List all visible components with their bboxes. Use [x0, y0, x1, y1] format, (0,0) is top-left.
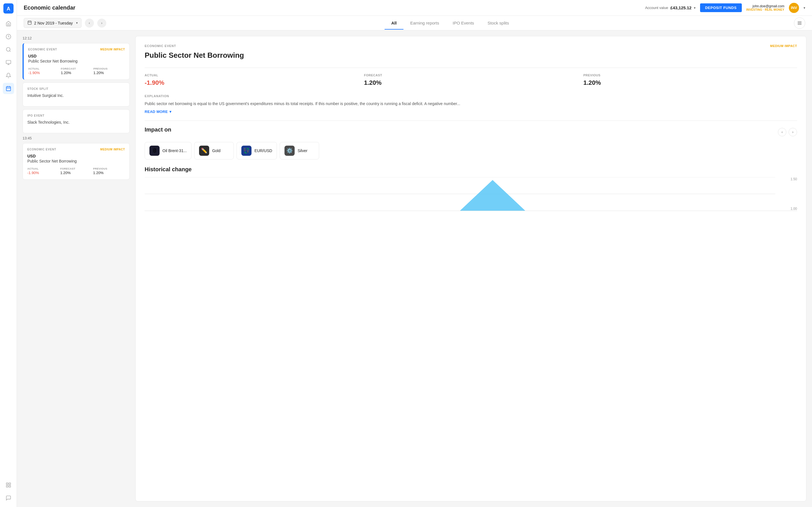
impact-item-gold[interactable]: ✏️ Gold	[194, 142, 234, 159]
actual-value-4: -1.90%	[28, 171, 59, 175]
event-impact-label-4: MEDIUM IMPACT	[100, 148, 125, 151]
detail-actual: ACTUAL -1.90%	[145, 73, 358, 87]
event-type-label-4: ECONOMIC EVENT	[28, 148, 56, 151]
oil-label: Oil Brent-31...	[162, 149, 187, 153]
actual-label-4: ACTUAL	[28, 167, 59, 170]
time-label-1: 12:12	[22, 36, 130, 40]
left-panel: 12:12 ECONOMIC EVENT MEDIUM IMPACT USD P…	[22, 36, 130, 501]
prev-date-button[interactable]: ‹	[85, 18, 94, 27]
top-header: Economic calendar Account value £43,125.…	[17, 0, 812, 16]
event-stats-4: ACTUAL -1.90% FORECAST 1.20% PREVIOUS 1.…	[28, 167, 125, 175]
tab-ipo-events[interactable]: IPO Events	[446, 17, 481, 29]
event-card-2-header: STOCK SPLIT	[28, 87, 125, 92]
date-picker-chevron-icon: ▾	[76, 21, 78, 25]
menu-button[interactable]	[794, 17, 805, 29]
eurusd-icon: 💱	[241, 146, 252, 156]
user-email: john.doe@gmail.com	[753, 4, 784, 8]
svg-rect-13	[6, 486, 8, 487]
user-info: john.doe@gmail.com INVESTING · REAL MONE…	[746, 4, 784, 11]
sub-nav: 2 Nov 2019 - Tuesday ▾ ‹ › All Earning r…	[17, 16, 812, 31]
event-currency-1: USD	[28, 54, 125, 58]
account-chevron-icon[interactable]: ▾	[694, 6, 696, 10]
tab-all[interactable]: All	[385, 17, 403, 29]
user-tag: INVESTING · REAL MONEY	[746, 8, 784, 11]
previous-label-1: PREVIOUS	[93, 67, 125, 70]
event-card-4-header: ECONOMIC EVENT MEDIUM IMPACT	[28, 148, 125, 152]
event-stats-1: ACTUAL -1.90% FORECAST 1.20% PREVIOUS 1.…	[28, 67, 125, 75]
read-more-label: READ MORE	[145, 110, 168, 114]
impact-nav: Impact on ‹ ›	[145, 126, 797, 137]
historical-title: Historical change	[145, 166, 797, 173]
impact-items: 🛢 Oil Brent-31... ✏️ Gold 💱 EUR/USD ⚙️ S…	[145, 142, 797, 159]
date-picker-text: 2 Nov 2019 - Tuesday	[34, 21, 73, 25]
read-more-button[interactable]: READ MORE ▾	[145, 110, 797, 114]
event-title-1: Public Sector Net Borrowing	[28, 59, 125, 63]
svg-rect-15	[28, 21, 31, 24]
detail-title: Public Sector Net Borrowing	[145, 51, 797, 60]
header-right: Account value £43,125.12 ▾ DEPOSIT FUNDS…	[645, 3, 805, 13]
detail-previous: PREVIOUS 1.20%	[583, 73, 797, 87]
silver-icon: ⚙️	[285, 146, 295, 156]
impact-item-eurusd[interactable]: 💱 EUR/USD	[237, 142, 277, 159]
right-panel: ECONOMIC EVENT MEDIUM IMPACT Public Sect…	[135, 36, 806, 501]
svg-point-3	[6, 48, 10, 51]
event-impact-label-1: MEDIUM IMPACT	[100, 48, 125, 51]
gold-label: Gold	[212, 149, 220, 153]
event-title-2: Intuitive Surgical Inc.	[28, 93, 125, 98]
deposit-button[interactable]: DEPOSIT FUNDS	[700, 3, 742, 12]
bell-icon[interactable]	[3, 70, 14, 81]
detail-event-type: ECONOMIC EVENT	[145, 44, 176, 48]
date-picker[interactable]: 2 Nov 2019 - Tuesday ▾	[24, 18, 82, 28]
impact-prev-button[interactable]: ‹	[778, 128, 786, 136]
account-value-label: Account value	[645, 6, 668, 10]
event-title-4: Public Sector Net Borrowing	[28, 159, 125, 163]
svg-rect-7	[6, 87, 10, 91]
explanation-text: Public sector net borrowing is equal to …	[145, 101, 797, 107]
app-logo[interactable]: A	[3, 3, 13, 13]
chart-y-label-100: 1.00	[791, 207, 797, 211]
impact-item-silver[interactable]: ⚙️ Silver	[280, 142, 319, 159]
header-chevron-icon[interactable]: ▾	[804, 6, 805, 10]
avatar[interactable]: INV	[789, 3, 799, 13]
event-type-label-2: STOCK SPLIT	[28, 87, 49, 91]
grid-icon[interactable]	[3, 480, 14, 491]
impact-arrows: ‹ ›	[778, 128, 797, 136]
tab-earning-reports[interactable]: Earning reports	[403, 17, 446, 29]
sub-nav-tabs: All Earning reports IPO Events Stock spl…	[385, 17, 516, 29]
detail-actual-value: -1.90%	[145, 79, 358, 87]
detail-forecast: FORECAST 1.20%	[364, 73, 578, 87]
explanation-section: EXPLANATION Public sector net borrowing …	[145, 94, 797, 114]
event-card-1-header: ECONOMIC EVENT MEDIUM IMPACT	[28, 48, 125, 52]
eurusd-label: EUR/USD	[254, 149, 272, 153]
history-icon[interactable]	[3, 31, 14, 42]
impact-item-oil[interactable]: 🛢 Oil Brent-31...	[145, 142, 192, 159]
oil-icon: 🛢	[149, 146, 160, 156]
forecast-value-4: 1.20%	[60, 171, 92, 175]
svg-rect-12	[9, 483, 10, 485]
tab-stock-splits[interactable]: Stock splits	[481, 17, 516, 29]
impact-next-button[interactable]: ›	[789, 128, 797, 136]
search-icon[interactable]	[3, 44, 14, 55]
silver-label: Silver	[297, 149, 307, 153]
svg-text:A: A	[6, 6, 10, 11]
home-icon[interactable]	[3, 18, 14, 29]
event-card-3[interactable]: IPO EVENT Slack Technologies, Inc.	[22, 109, 130, 133]
event-title-3: Slack Technologies, Inc.	[28, 120, 125, 124]
chat-icon[interactable]	[3, 492, 14, 504]
event-type-label-3: IPO EVENT	[28, 114, 45, 117]
account-value-section[interactable]: Account value £43,125.12 ▾	[645, 5, 696, 10]
forecast-label-4: FORECAST	[60, 167, 92, 170]
impact-on-title: Impact on	[145, 126, 171, 133]
read-more-chevron-icon: ▾	[169, 110, 171, 114]
event-card-4[interactable]: ECONOMIC EVENT MEDIUM IMPACT USD Public …	[22, 143, 130, 180]
event-card-1[interactable]: ECONOMIC EVENT MEDIUM IMPACT USD Public …	[22, 43, 130, 80]
next-date-button[interactable]: ›	[97, 18, 106, 27]
detail-stats: ACTUAL -1.90% FORECAST 1.20% PREVIOUS 1.…	[145, 68, 797, 87]
media-icon[interactable]	[3, 57, 14, 68]
event-card-2[interactable]: STOCK SPLIT Intuitive Surgical Inc.	[22, 82, 130, 107]
event-currency-4: USD	[28, 154, 125, 158]
previous-value-1: 1.20%	[93, 71, 125, 75]
calendar-icon[interactable]	[3, 83, 14, 94]
time-label-2: 13:45	[22, 136, 130, 140]
sub-nav-left: 2 Nov 2019 - Tuesday ▾ ‹ ›	[24, 18, 106, 28]
